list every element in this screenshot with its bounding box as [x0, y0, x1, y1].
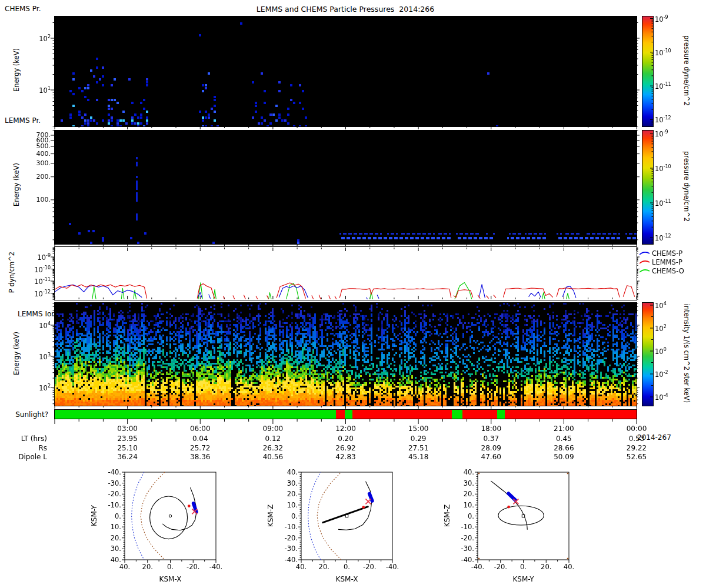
pressure-colorbar-title-2: pressure dyne/cm^2: [682, 122, 691, 251]
sunlight-segment-day: [345, 410, 352, 419]
intensity-colorbar-tick-label: 10-2: [655, 369, 668, 379]
reference-point: [188, 505, 191, 507]
orbit-ytick-label: -20.: [98, 490, 121, 498]
intensity-colorbar-tick-label: 102: [655, 323, 667, 333]
panel-label-sunlight: Sunlight?: [0, 410, 48, 419]
bow-shock: [308, 472, 321, 560]
orbit-xaxis-label: KSM-X: [147, 575, 194, 583]
orbit-plot-ksm-y-vs-ksm-x: [122, 472, 216, 563]
lemms-spectrogram-canvas: [54, 130, 637, 245]
axis-row-value: 45.18: [401, 453, 436, 461]
axis-row-label: Dipole L: [0, 453, 47, 461]
orbit-ytick-label: 30.: [98, 544, 121, 553]
pressure-colorbar-tick-label: 10-11: [655, 81, 671, 91]
axis-row-value: 28.66: [546, 444, 581, 452]
legend-item-label: LEMMS-P: [652, 258, 682, 266]
axis-row-value: 36.24: [110, 453, 145, 461]
axis-row-value: 0.29: [401, 435, 436, 443]
ions-y-axis-label: Energy (keV): [12, 306, 21, 400]
orbit-ytick-label: -20.: [451, 534, 474, 542]
trajectory: [491, 481, 527, 530]
axis-row-value: 0.53: [619, 435, 654, 443]
lemms-ytick-label: 100.: [25, 196, 51, 204]
panel-label-lemms: LEMMS Pr.: [5, 116, 41, 125]
orbit-ytick-label: 20.: [274, 490, 298, 498]
orbit-ytick-label: 0.: [451, 512, 474, 520]
orbit-xaxis-label: KSM-Y: [500, 575, 547, 583]
pressure-colorbar-tick-label: 10-10: [655, 47, 671, 57]
axis-row-value: 38.36: [182, 453, 218, 461]
pressure-colorbar2-tick-label: 10-12: [655, 232, 671, 242]
pressure-ytick-label: 10-9: [22, 252, 51, 262]
legend-line-swatch: [640, 270, 650, 272]
orbit-xtick-label: -20.: [358, 563, 381, 571]
orbit-ytick-label: 20.: [451, 490, 474, 498]
orbit-ytick-label: -10.: [451, 523, 474, 531]
sunlight-segment-night: [352, 410, 452, 419]
axis-row-value: 0.04: [182, 435, 218, 443]
time-tick-label: 18:00: [474, 425, 509, 433]
magnetopause: [317, 472, 341, 560]
chems-ytick-label: 101: [25, 85, 51, 95]
bow-shock: [132, 472, 144, 560]
sunlight-indicator-bar: [54, 409, 637, 419]
orbit-ytick-label: 40.: [451, 468, 474, 476]
orbit-ytick-label: 30.: [274, 479, 298, 487]
axis-row-value: 52.65: [619, 453, 654, 461]
panel-label-ions: LEMMS Ions: [18, 310, 59, 318]
orbit-xtick-label: -20.: [489, 563, 512, 571]
orbit-ytick-label: -40.: [274, 556, 298, 564]
pressure-y-axis-label: P dyn/cm^2: [8, 225, 16, 319]
pressure-colorbar2-tick-label: 10-9: [655, 128, 668, 138]
axis-row-value: 0.12: [255, 435, 291, 443]
pressure-colorbar-tick-label: 10-12: [655, 114, 671, 124]
orbit-yaxis-label: KSM-Z: [443, 480, 451, 551]
orbit-xtick-label: -40.: [381, 563, 404, 571]
orbit-ytick-label: -20.: [274, 534, 298, 542]
orbit-plot-ksm-z-vs-ksm-x: [298, 472, 392, 563]
trajectory: [338, 482, 372, 530]
orbit-plot-ksm-z-vs-ksm-y: [475, 472, 569, 563]
axis-row-value: 25.10: [110, 444, 145, 452]
orbit-ytick-label: -40.: [451, 556, 474, 564]
pressure-ytick-label: 10-10: [22, 264, 51, 274]
time-tick-label: 00:00: [619, 425, 654, 433]
orbit-ytick-label: -40.: [98, 468, 121, 476]
chems-ytick-label: 102: [25, 33, 51, 43]
axis-row-value: 40.56: [255, 453, 291, 461]
ions-ytick-label: 103: [25, 351, 51, 361]
orbit-xtick-label: 0.: [512, 563, 535, 571]
orbit-ytick-label: 10.: [98, 523, 121, 531]
orbit-yaxis-label: KSM-Y: [90, 480, 98, 551]
orbit-xtick-label: 20.: [136, 563, 159, 571]
lemms-ytick-label: 200.: [25, 173, 51, 181]
orbit-ytick-label: 0.: [274, 512, 298, 520]
orbit-loop: [150, 496, 188, 539]
saturn: [169, 514, 171, 517]
orbit-ytick-label: 30.: [451, 479, 474, 487]
legend-line-swatch: [640, 261, 650, 263]
current-position: [192, 509, 197, 514]
orbit-xtick-label: 40.: [289, 563, 313, 571]
intensity-colorbar: [642, 302, 654, 406]
pressure-ytick-label: 10-12: [22, 288, 51, 298]
pressure-colorbar-bottom: [642, 130, 654, 245]
orbit-ytick-label: 10.: [274, 501, 298, 509]
axis-row-value: 0.45: [546, 435, 581, 443]
axis-row-value: 47.60: [474, 453, 509, 461]
boundary-corner-marks: [567, 473, 568, 474]
orbit-xtick-label: -20.: [181, 563, 205, 571]
axis-row-value: 28.09: [474, 444, 509, 452]
orbit-ytick-label: 10.: [451, 501, 474, 509]
saturn: [345, 514, 348, 517]
sunlight-segment-night: [462, 410, 497, 419]
boundary-corner-marks: [478, 558, 479, 559]
trajectory: [162, 487, 196, 530]
interval-highlight: [194, 503, 197, 512]
orbit-ytick-label: -10.: [274, 523, 298, 531]
axis-row-value: 26.92: [328, 444, 364, 452]
sunlight-segment-day: [452, 410, 462, 419]
axis-row-value: 25.72: [182, 444, 218, 452]
interval-highlight: [369, 494, 372, 501]
chems-y-axis-label: Energy (keV): [12, 23, 21, 117]
